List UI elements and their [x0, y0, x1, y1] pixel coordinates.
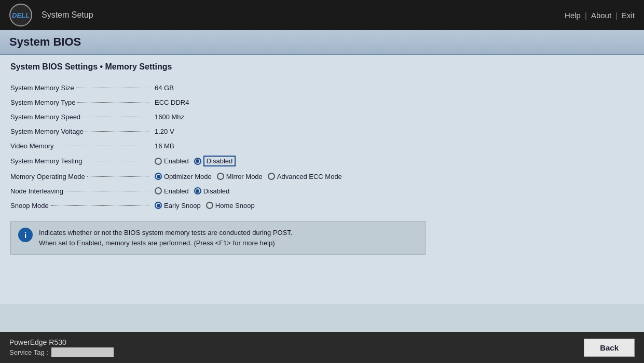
nav-sep-2: | [615, 11, 618, 20]
setting-label-operating-mode: Memory Operating Mode [10, 173, 150, 180]
footer: PowerEdge R530 Service Tag : Back [0, 332, 644, 363]
back-button[interactable]: Back [584, 339, 635, 357]
info-text: Indicates whether or not the BIOS system… [39, 228, 292, 248]
setting-label-video-memory: Video Memory [10, 142, 150, 150]
setting-value-memory-size: 64 GB [155, 84, 174, 92]
setting-label-memory-voltage: System Memory Voltage [10, 128, 150, 135]
table-row: System Memory Voltage 1.20 V [10, 124, 634, 138]
service-tag-input[interactable] [51, 347, 114, 357]
radio-circle-node-enabled [155, 187, 162, 194]
radio-circle-optimizer [155, 173, 162, 180]
about-link[interactable]: About [591, 11, 611, 20]
setting-value-video-memory: 16 MB [155, 142, 174, 150]
table-row: Video Memory 16 MB [10, 138, 634, 153]
setting-label-memory-testing: System Memory Testing [10, 157, 150, 165]
radio-mirror-mode[interactable]: Mirror Mode [217, 173, 263, 180]
setting-label-memory-speed: System Memory Speed [10, 113, 150, 121]
radio-node-enabled[interactable]: Enabled [155, 187, 189, 195]
dell-logo: DELL [9, 4, 32, 26]
table-row: System Memory Speed 1600 Mhz [10, 109, 634, 124]
settings-table: System Memory Size 64 GB System Memory T… [0, 77, 644, 216]
footer-left: PowerEdge R530 Service Tag : [9, 338, 114, 357]
header: DELL System Setup Help | About | Exit [0, 0, 644, 30]
page-title-bar: System BIOS [0, 30, 644, 55]
setting-label-node-interleaving: Node Interleaving [10, 187, 150, 195]
service-tag-label: Service Tag : [9, 348, 48, 356]
help-link[interactable]: Help [565, 11, 581, 20]
info-bar: i Indicates whether or not the BIOS syst… [10, 221, 426, 255]
setting-label-memory-size: System Memory Size [10, 84, 150, 92]
setting-label-memory-type: System Memory Type [10, 99, 150, 106]
exit-link[interactable]: Exit [622, 11, 635, 20]
table-row: System Memory Testing Enabled Disabled [10, 153, 634, 169]
radio-circle-disabled [194, 158, 201, 165]
footer-model: PowerEdge R530 [9, 338, 114, 346]
table-row: System Memory Size 64 GB [10, 80, 634, 95]
setting-label-snoop-mode: Snoop Mode [10, 202, 150, 210]
page-title: System BIOS [9, 35, 81, 48]
setting-value-snoop-mode: Early Snoop Home Snoop [155, 202, 255, 210]
radio-optimizer-mode[interactable]: Optimizer Mode [155, 173, 212, 180]
radio-circle-enabled [155, 158, 162, 165]
setting-value-node-interleaving: Enabled Disabled [155, 187, 229, 195]
radio-circle-home-snoop [206, 202, 213, 209]
radio-circle-node-disabled [194, 187, 201, 194]
radio-node-disabled[interactable]: Disabled [194, 187, 230, 195]
radio-early-snoop[interactable]: Early Snoop [155, 202, 201, 210]
setting-value-memory-type: ECC DDR4 [155, 99, 189, 106]
radio-circle-mirror [217, 173, 224, 180]
radio-circle-early-snoop [155, 202, 162, 209]
system-setup-title: System Setup [42, 10, 93, 20]
info-icon: i [18, 228, 33, 242]
setting-value-memory-testing: Enabled Disabled [155, 156, 236, 166]
content: System BIOS Settings • Memory Settings S… [0, 55, 644, 304]
radio-memory-testing-enabled[interactable]: Enabled [155, 157, 189, 165]
header-left: DELL System Setup [9, 4, 93, 26]
table-row: Node Interleaving Enabled Disabled [10, 184, 634, 198]
radio-memory-testing-disabled[interactable]: Disabled [194, 156, 236, 166]
setting-value-memory-speed: 1600 Mhz [155, 113, 184, 121]
header-nav: Help | About | Exit [565, 11, 635, 20]
nav-sep-1: | [585, 11, 587, 20]
radio-home-snoop[interactable]: Home Snoop [206, 202, 255, 210]
footer-service: Service Tag : [9, 347, 114, 357]
table-row: System Memory Type ECC DDR4 [10, 95, 634, 109]
radio-advanced-ecc-mode[interactable]: Advanced ECC Mode [268, 173, 342, 180]
table-row: Snoop Mode Early Snoop Home Snoop [10, 198, 634, 213]
setting-value-operating-mode: Optimizer Mode Mirror Mode Advanced ECC … [155, 173, 342, 180]
dell-logo-text: DELL [12, 11, 30, 19]
table-row: Memory Operating Mode Optimizer Mode Mir… [10, 169, 634, 184]
radio-circle-advanced-ecc [268, 173, 275, 180]
section-title: System BIOS Settings • Memory Settings [0, 55, 644, 77]
setting-value-memory-voltage: 1.20 V [155, 128, 174, 135]
